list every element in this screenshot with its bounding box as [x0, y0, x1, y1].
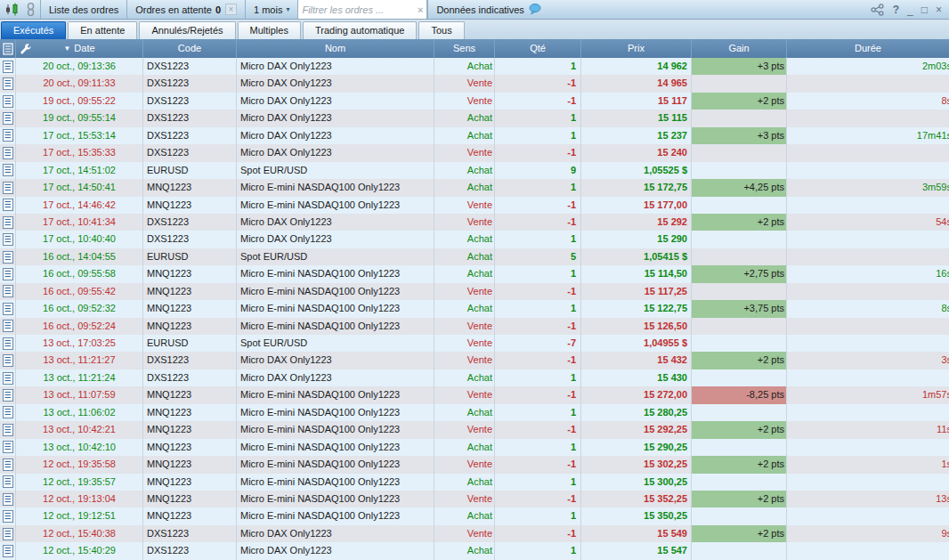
- table-row[interactable]: 16 oct., 09:52:24 MNQ1223 Micro E-mini N…: [0, 318, 949, 335]
- table-row[interactable]: 13 oct., 11:07:59 MNQ1223 Micro E-mini N…: [0, 386, 949, 403]
- order-details-icon[interactable]: [0, 525, 16, 542]
- order-details-icon[interactable]: [0, 110, 16, 126]
- column-header-duree[interactable]: Durée: [787, 39, 949, 58]
- titlebar-tab-orders-list[interactable]: Liste des ordres: [40, 0, 126, 19]
- order-details-icon[interactable]: [0, 214, 16, 231]
- cell-code: EURUSD: [143, 248, 237, 265]
- order-details-icon[interactable]: [0, 75, 16, 92]
- table-row[interactable]: 19 oct., 09:55:22 DXS1223 Micro DAX Only…: [0, 93, 949, 110]
- tab-en-attente[interactable]: En attente: [68, 21, 137, 39]
- help-icon[interactable]: ?: [893, 0, 899, 20]
- cell-prix: 15 290: [581, 231, 692, 248]
- table-row[interactable]: 13 oct., 11:06:02 MNQ1223 Micro E-mini N…: [0, 404, 949, 421]
- column-header-gain[interactable]: Gain: [692, 39, 787, 58]
- table-row[interactable]: 16 oct., 14:04:55 EURUSD Spot EUR/USD Ac…: [0, 248, 949, 265]
- column-header-qte[interactable]: Qté: [495, 39, 581, 58]
- table-row[interactable]: 20 oct., 09:11:33 DXS1223 Micro DAX Only…: [0, 75, 949, 92]
- cell-sens: Achat: [434, 179, 495, 196]
- order-details-icon[interactable]: [0, 335, 16, 352]
- table-row[interactable]: 17 oct., 15:53:14 DXS1223 Micro DAX Only…: [0, 127, 949, 144]
- table-row[interactable]: 16 oct., 09:52:32 MNQ1223 Micro E-mini N…: [0, 300, 949, 317]
- tab-annules-rejetes[interactable]: Annulés/Rejetés: [139, 21, 235, 39]
- cell-date: 12 oct., 19:13:04: [16, 491, 143, 507]
- table-row[interactable]: 20 oct., 09:13:36 DXS1223 Micro DAX Only…: [0, 58, 949, 75]
- wrench-icon[interactable]: [20, 43, 31, 54]
- maximize-icon[interactable]: □: [921, 0, 928, 20]
- table-row[interactable]: 12 oct., 15:40:38 DXS1223 Micro DAX Only…: [0, 525, 949, 542]
- table-row[interactable]: 16 oct., 09:55:58 MNQ1223 Micro E-mini N…: [0, 265, 949, 282]
- order-details-icon[interactable]: [0, 542, 16, 559]
- document-icon: [3, 303, 13, 315]
- table-row[interactable]: 13 oct., 17:03:25 EURUSD Spot EUR/USD Ve…: [0, 335, 949, 352]
- table-row[interactable]: 19 oct., 09:55:14 DXS1223 Micro DAX Only…: [0, 110, 949, 126]
- candlestick-chart-icon[interactable]: [4, 3, 20, 16]
- order-details-icon[interactable]: [0, 144, 16, 161]
- column-header-prix[interactable]: Prix: [581, 39, 692, 58]
- table-row[interactable]: 17 oct., 14:46:42 MNQ1223 Micro E-mini N…: [0, 197, 949, 214]
- table-row[interactable]: 17 oct., 14:50:41 MNQ1223 Micro E-mini N…: [0, 179, 949, 196]
- order-details-icon[interactable]: [0, 421, 16, 438]
- close-icon[interactable]: ×: [936, 0, 942, 20]
- order-details-icon[interactable]: [0, 491, 16, 507]
- table-row[interactable]: 12 oct., 19:13:04 MNQ1223 Micro E-mini N…: [0, 491, 949, 507]
- table-row[interactable]: 12 oct., 15:40:29 DXS1223 Micro DAX Only…: [0, 542, 949, 559]
- column-header-date[interactable]: ▼Date: [16, 39, 143, 58]
- order-details-icon[interactable]: [0, 300, 16, 317]
- order-details-icon[interactable]: [0, 439, 16, 456]
- order-details-icon[interactable]: [0, 265, 16, 282]
- clear-filter-icon[interactable]: ×: [418, 4, 423, 15]
- order-details-icon[interactable]: [0, 283, 16, 300]
- column-header-nom[interactable]: Nom: [237, 39, 434, 58]
- table-row[interactable]: 17 oct., 14:51:02 EURUSD Spot EUR/USD Ac…: [0, 162, 949, 179]
- order-details-icon[interactable]: [0, 93, 16, 110]
- cell-prix: 15 240: [581, 144, 692, 161]
- table-row[interactable]: 12 oct., 19:35:58 MNQ1223 Micro E-mini N…: [0, 456, 949, 473]
- table-row[interactable]: 17 oct., 10:40:40 DXS1223 Micro DAX Only…: [0, 231, 949, 248]
- cell-gain: [692, 197, 787, 214]
- link-chain-icon[interactable]: [26, 3, 36, 16]
- filter-input[interactable]: [302, 4, 418, 15]
- table-row[interactable]: 17 oct., 15:35:33 DXS1223 Micro DAX Only…: [0, 144, 949, 161]
- order-details-icon[interactable]: [0, 197, 16, 214]
- order-details-icon[interactable]: [0, 404, 16, 421]
- cell-code: MNQ1223: [143, 474, 237, 491]
- order-details-icon[interactable]: [0, 352, 16, 369]
- table-row[interactable]: 12 oct., 19:35:57 MNQ1223 Micro E-mini N…: [0, 474, 949, 491]
- tab-tous[interactable]: Tous: [418, 21, 464, 39]
- document-icon: [3, 129, 13, 142]
- close-tab-icon[interactable]: ×: [225, 4, 237, 15]
- order-details-icon[interactable]: [0, 248, 16, 265]
- cell-gain: [692, 542, 787, 559]
- tab-trading-automatique[interactable]: Trading automatique: [303, 21, 418, 39]
- column-header-sens[interactable]: Sens: [434, 39, 495, 58]
- tab-multiples[interactable]: Multiples: [238, 21, 301, 39]
- share-icon[interactable]: [871, 4, 885, 16]
- order-details-icon[interactable]: [0, 58, 16, 75]
- column-icon-header[interactable]: [0, 39, 16, 58]
- cell-prix: 15 430: [581, 369, 692, 386]
- column-header-code[interactable]: Code: [143, 39, 237, 58]
- order-details-icon[interactable]: [0, 456, 16, 473]
- order-details-icon[interactable]: [0, 179, 16, 196]
- minimize-icon[interactable]: _: [907, 0, 913, 20]
- table-row[interactable]: 13 oct., 10:42:21 MNQ1223 Micro E-mini N…: [0, 421, 949, 438]
- speech-bubble-icon[interactable]: [529, 4, 541, 15]
- period-dropdown[interactable]: 1 mois ▾: [245, 0, 297, 19]
- order-details-icon[interactable]: [0, 318, 16, 335]
- order-details-icon[interactable]: [0, 386, 16, 403]
- order-details-icon[interactable]: [0, 162, 16, 179]
- order-details-icon[interactable]: [0, 507, 16, 524]
- tab-executes[interactable]: Exécutés: [1, 21, 66, 39]
- table-row[interactable]: 13 oct., 11:21:27 DXS1223 Micro DAX Only…: [0, 352, 949, 369]
- order-details-icon[interactable]: [0, 474, 16, 491]
- order-details-icon[interactable]: [0, 369, 16, 386]
- table-row[interactable]: 17 oct., 10:41:34 DXS1223 Micro DAX Only…: [0, 214, 949, 231]
- order-details-icon[interactable]: [0, 231, 16, 248]
- order-details-icon[interactable]: [0, 127, 16, 144]
- document-icon: [3, 320, 13, 332]
- table-row[interactable]: 16 oct., 09:55:42 MNQ1223 Micro E-mini N…: [0, 283, 949, 300]
- table-row[interactable]: 13 oct., 11:21:24 DXS1223 Micro DAX Only…: [0, 369, 949, 386]
- titlebar-tab-pending-orders[interactable]: Ordres en attente 0 ×: [126, 0, 245, 19]
- table-row[interactable]: 13 oct., 10:42:10 MNQ1223 Micro E-mini N…: [0, 439, 949, 456]
- table-row[interactable]: 12 oct., 19:12:51 MNQ1223 Micro E-mini N…: [0, 507, 949, 524]
